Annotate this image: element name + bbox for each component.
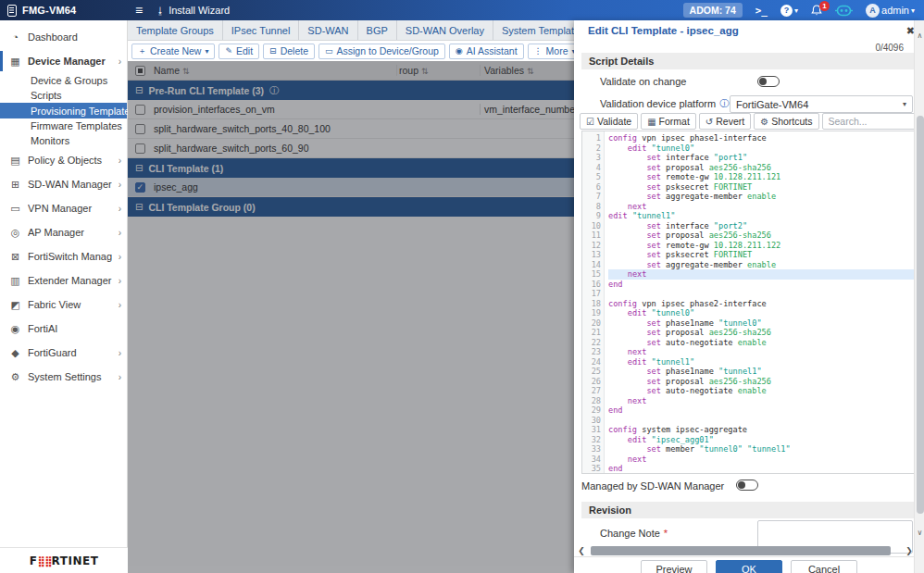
panel-vertical-scrollbar[interactable]: ∧ ∨ bbox=[914, 20, 924, 573]
table-toolbar: ＋Create New▾✎Edit⊟Delete▭Assign to Devic… bbox=[128, 41, 574, 61]
code-line: next bbox=[608, 269, 914, 280]
line-number: 11 bbox=[582, 230, 601, 241]
code-line: config vpn ipsec phase2-interface bbox=[608, 299, 914, 309]
fortiswitch-manager-icon: ⊠ bbox=[9, 251, 21, 263]
tab-system-templates[interactable]: System Templates bbox=[493, 20, 574, 40]
button-label: Revert bbox=[716, 116, 744, 127]
validate-on-change-toggle[interactable] bbox=[757, 76, 780, 87]
platform-select[interactable]: FortiGate-VM64 ▾ bbox=[730, 95, 913, 113]
scroll-down-icon[interactable]: ∨ bbox=[915, 529, 924, 537]
shortcuts-button[interactable]: ⚙Shortcuts bbox=[754, 113, 818, 130]
product-logo: FMG-VM64 bbox=[0, 5, 128, 17]
tab-sd-wan[interactable]: SD-WAN bbox=[299, 20, 357, 40]
character-counter: 0/4096 bbox=[875, 43, 904, 53]
edit-button[interactable]: ✎Edit bbox=[219, 44, 259, 59]
line-number: 34 bbox=[582, 455, 601, 465]
sidebar-item-fortiguard[interactable]: ◆FortiGuard› bbox=[0, 341, 127, 365]
scrollbar-thumb[interactable] bbox=[591, 546, 891, 555]
sidebar-item-label: Firmware Templates bbox=[31, 120, 122, 131]
sidebar-item-label: VPN Manager bbox=[28, 203, 112, 214]
sidebar-item-system-settings[interactable]: ⚙System Settings› bbox=[0, 365, 127, 389]
chevron-right-icon: › bbox=[119, 300, 121, 310]
shortcuts-icon: ⚙ bbox=[760, 117, 768, 127]
cli-script-editor[interactable]: 1234567891011121314151617181920212223242… bbox=[581, 131, 915, 474]
line-number: 33 bbox=[582, 444, 601, 455]
sidebar-item-fabric-view[interactable]: ◩Fabric View› bbox=[0, 293, 127, 317]
chevron-right-icon: › bbox=[119, 276, 121, 286]
sidebar-item-sd-wan-manager[interactable]: ⊞SD-WAN Manager› bbox=[0, 172, 127, 196]
sidebar-item-dashboard[interactable]: ◔Dashboard bbox=[0, 25, 127, 49]
vpn-manager-icon: ▭ bbox=[9, 203, 21, 215]
sidebar-item-firmware-templates[interactable]: Firmware Templates⋮ bbox=[0, 118, 127, 133]
fortinet-logo: F⣿⣿RTINET bbox=[30, 554, 99, 567]
button-label: Create New bbox=[150, 45, 201, 56]
line-number: 13 bbox=[582, 250, 601, 260]
main-content: Template GroupsIPsec TunnelSD-WANBGPSD-W… bbox=[128, 20, 574, 573]
sidebar-item-label: Provisioning Templates bbox=[31, 106, 135, 117]
sidebar-item-extender-manager[interactable]: ▥Extender Manager› bbox=[0, 268, 127, 293]
format-button[interactable]: ▦Format bbox=[641, 113, 696, 130]
sidebar-item-vpn-manager[interactable]: ▭VPN Manager› bbox=[0, 196, 127, 220]
delete-button[interactable]: ⊟Delete bbox=[263, 44, 315, 59]
menu-toggle-icon[interactable]: ≡ bbox=[135, 4, 143, 17]
scroll-up-icon[interactable]: ∧ bbox=[915, 31, 924, 40]
button-label: Format bbox=[659, 116, 690, 127]
chevron-down-icon: ▾ bbox=[911, 6, 915, 15]
line-number: 5 bbox=[582, 172, 601, 182]
code-line: config system ipsec-aggregate bbox=[608, 425, 914, 435]
scroll-left-icon[interactable]: ❮ bbox=[576, 546, 587, 555]
sidebar-item-ap-manager[interactable]: ◎AP Manager› bbox=[0, 220, 127, 244]
line-number: 7 bbox=[582, 192, 601, 202]
code-line: end bbox=[608, 464, 914, 473]
tab-bgp[interactable]: BGP bbox=[358, 20, 397, 40]
change-note-label: Change Note* bbox=[600, 528, 668, 539]
ok-button[interactable]: OK bbox=[716, 560, 782, 573]
scrollbar-thumb[interactable] bbox=[917, 116, 924, 514]
chevron-right-icon: › bbox=[119, 372, 121, 382]
panel-horizontal-scrollbar[interactable]: ❮ ❯ bbox=[576, 544, 915, 556]
help-icon: ? bbox=[780, 5, 793, 17]
code-line: set phase1name "tunnel1" bbox=[608, 367, 914, 377]
help-menu[interactable]: ?▾ bbox=[780, 5, 798, 17]
button-label: Edit bbox=[236, 45, 253, 56]
code-line: set aggregate-member enable bbox=[608, 192, 914, 202]
tab-template-groups[interactable]: Template Groups bbox=[128, 20, 223, 40]
sidebar-item-device-manager[interactable]: ▦Device Manager› bbox=[0, 49, 127, 73]
line-number: 21 bbox=[582, 328, 601, 338]
preview-button[interactable]: Preview bbox=[641, 560, 707, 573]
cli-console-icon[interactable]: >_ bbox=[755, 5, 768, 17]
adom-badge[interactable]: ADOM: 74 bbox=[683, 3, 743, 18]
cancel-button[interactable]: Cancel bbox=[791, 560, 857, 573]
sidebar-item-label: Extender Manager bbox=[28, 275, 112, 286]
tab-sd-wan-overlay[interactable]: SD-WAN Overlay bbox=[397, 20, 493, 40]
code-line: set proposal aes256-sha256 bbox=[608, 328, 914, 338]
button-label: Assign to Device/Group bbox=[337, 45, 439, 56]
button-label: Shortcuts bbox=[771, 116, 812, 127]
revert-button[interactable]: ↺Revert bbox=[699, 113, 751, 130]
managed-by-sdwan-toggle[interactable] bbox=[736, 480, 758, 491]
assign-to-device-group-button[interactable]: ▭Assign to Device/Group bbox=[318, 44, 445, 59]
ai-assistant-button[interactable] bbox=[835, 4, 853, 17]
sidebar-item-provisioning-templates[interactable]: Provisioning Templates⋮ bbox=[0, 103, 127, 118]
sidebar-item-monitors[interactable]: Monitors⋮ bbox=[0, 133, 127, 148]
sidebar-item-label: Monitors bbox=[31, 135, 121, 146]
code-line: set phase1name "tunnel0" bbox=[608, 318, 914, 329]
editor-code[interactable]: config vpn ipsec phase1-interface edit "… bbox=[605, 131, 914, 473]
tab-ipsec-tunnel[interactable]: IPsec Tunnel bbox=[223, 20, 300, 40]
sidebar-item-policy-and-objects[interactable]: ▤Policy & Objects› bbox=[0, 148, 127, 172]
sidebar-item-scripts[interactable]: Scripts⋮ bbox=[0, 88, 127, 103]
sidebar-item-device-and-groups[interactable]: Device & Groups⋮ bbox=[0, 73, 127, 88]
section-script-details: Script Details bbox=[581, 53, 915, 69]
notifications-button[interactable]: 1 bbox=[811, 5, 822, 17]
validate-button[interactable]: ☑Validate bbox=[580, 113, 638, 130]
install-wizard-button[interactable]: ⭳ Install Wizard bbox=[156, 5, 230, 16]
extender-manager-icon: ▥ bbox=[9, 275, 21, 287]
ai-assistant-button[interactable]: ◉AI Assistant bbox=[449, 44, 524, 59]
sidebar-item-fortiai[interactable]: ◉FortiAI bbox=[0, 317, 127, 341]
editor-toolbar: ☑Validate▦Format↺Revert⚙Shortcuts ↑ ↓ bbox=[580, 113, 918, 130]
create-new-button[interactable]: ＋Create New▾ bbox=[131, 44, 215, 59]
editor-search-input[interactable] bbox=[822, 113, 924, 130]
user-menu[interactable]: A admin ▾ bbox=[866, 4, 915, 18]
sidebar-item-label: Device Manager bbox=[28, 56, 112, 67]
sidebar-item-fortiswitch-manager[interactable]: ⊠FortiSwitch Manager› bbox=[0, 244, 127, 268]
